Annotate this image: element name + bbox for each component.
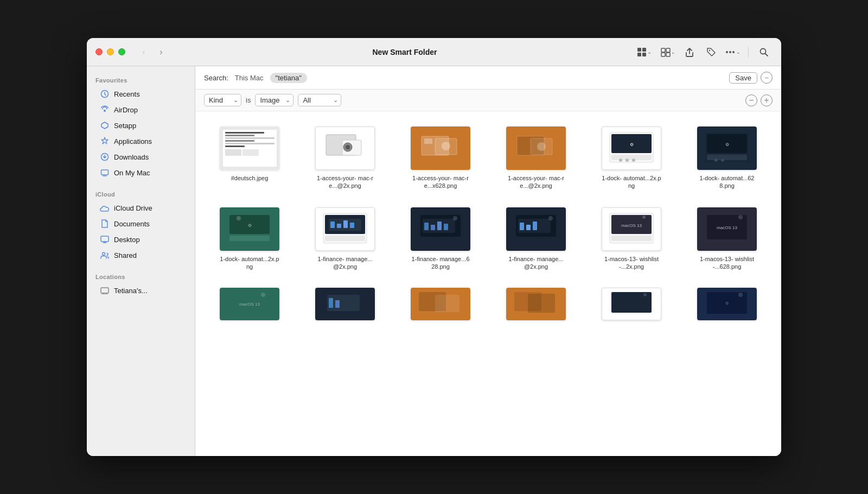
- svg-point-64: [548, 216, 553, 220]
- file-thumbnail: macOS 13: [697, 207, 757, 251]
- file-name: 1-dock- automat...628.png: [697, 174, 757, 190]
- file-thumbnail: [220, 126, 279, 170]
- file-item[interactable]: ⚙ 1-dock- automat...2x.png: [206, 203, 293, 275]
- forward-button[interactable]: ›: [154, 45, 169, 60]
- image-select[interactable]: Image Video Audio: [255, 94, 293, 106]
- maximize-button[interactable]: [118, 48, 125, 55]
- add-filter-button[interactable]: +: [761, 94, 773, 106]
- documents-icon: [100, 219, 110, 229]
- setapp-label: Setapp: [114, 122, 136, 130]
- search-scope-this-mac[interactable]: This Mac: [233, 73, 266, 83]
- svg-rect-82: [528, 294, 555, 313]
- search-label: Search:: [204, 74, 228, 82]
- share-button[interactable]: [681, 45, 698, 60]
- file-item[interactable]: 1-access-your- mac-re...x628.png: [397, 122, 484, 194]
- sidebar-item-tetiana[interactable]: Tetiana's...: [91, 283, 190, 298]
- svg-point-75: [261, 293, 265, 297]
- remove-filter-button[interactable]: −: [745, 94, 757, 106]
- file-item[interactable]: [493, 283, 579, 329]
- filter-bar: Kind Name Date is Image Video Audio All: [195, 90, 781, 111]
- file-item[interactable]: ⚙: [684, 283, 770, 329]
- file-thumbnail: [315, 126, 375, 170]
- file-item[interactable]: ⚙ 1-dock- automat...628.png: [684, 122, 770, 194]
- svg-rect-0: [661, 48, 665, 52]
- file-thumbnail: ⚙: [220, 207, 279, 251]
- file-item[interactable]: macOS 13: [206, 283, 293, 329]
- file-item[interactable]: macOS 13 1-macos-13- wishlist-...2x.png: [588, 203, 675, 275]
- documents-label: Documents: [114, 220, 150, 228]
- svg-point-29: [632, 159, 635, 162]
- sidebar-item-setapp[interactable]: Setapp: [91, 118, 190, 133]
- svg-rect-48: [350, 223, 354, 228]
- save-button[interactable]: Save: [729, 72, 757, 84]
- svg-point-86: [738, 293, 743, 297]
- file-item[interactable]: 1-finance- manage...@2x.png: [493, 203, 579, 275]
- downloads-icon: [100, 152, 110, 162]
- search-bar: Search: This Mac "tetiana" Save −: [195, 66, 781, 90]
- file-item[interactable]: macOS 13 1-macos-13- wishlist-...628.png: [684, 203, 770, 275]
- file-item[interactable]: 1-finance- manage...628.png: [397, 203, 484, 275]
- file-item[interactable]: 1-finance- manage...@2x.png: [302, 203, 388, 275]
- file-item[interactable]: [588, 283, 675, 329]
- sidebar-item-shared[interactable]: Shared: [91, 248, 190, 263]
- minimize-button[interactable]: [107, 48, 114, 55]
- file-name: 1-macos-13- wishlist-...2x.png: [602, 255, 661, 271]
- file-item[interactable]: ⚙ 1-dock- automat...2x.png: [588, 122, 675, 194]
- sidebar-item-icloud-drive[interactable]: iCloud Drive: [91, 200, 190, 216]
- sidebar-item-airdrop[interactable]: AirDrop: [91, 102, 190, 117]
- window-title: New Smart Folder: [175, 48, 634, 56]
- sidebar-item-on-my-mac[interactable]: On My Mac: [91, 165, 190, 180]
- svg-rect-77: [329, 298, 333, 308]
- file-item[interactable]: [397, 283, 484, 329]
- file-thumbnail: ⚙: [697, 288, 757, 320]
- file-item[interactable]: #deutsch.jpeg: [206, 122, 293, 194]
- sidebar-item-downloads[interactable]: Downloads: [91, 149, 190, 164]
- kind-select[interactable]: Kind Name Date: [204, 94, 241, 106]
- remove-search-button[interactable]: −: [761, 72, 773, 84]
- file-name: 1-macos-13- wishlist-...628.png: [697, 255, 757, 271]
- recents-label: Recents: [114, 90, 140, 98]
- file-thumbnail: [506, 288, 566, 320]
- file-item[interactable]: 1-access-your- mac-re...@2x.png: [493, 122, 579, 194]
- svg-point-27: [619, 159, 622, 162]
- file-thumbnail: macOS 13: [220, 288, 279, 320]
- file-name: 1-access-your- mac-re...x628.png: [411, 174, 470, 190]
- file-item[interactable]: [302, 283, 388, 329]
- locations-label: Locations: [87, 269, 195, 282]
- search-button[interactable]: [755, 45, 773, 60]
- search-token[interactable]: "tetiana": [270, 73, 307, 83]
- svg-point-28: [626, 159, 629, 162]
- svg-point-19: [442, 142, 450, 150]
- svg-rect-80: [435, 295, 459, 312]
- sidebar-item-applications[interactable]: Applications: [91, 134, 190, 149]
- sidebar-item-documents[interactable]: Documents: [91, 216, 190, 231]
- nav-buttons: ‹ ›: [136, 45, 169, 60]
- svg-text:macOS 13: macOS 13: [239, 302, 260, 307]
- back-button[interactable]: ‹: [136, 45, 151, 60]
- sidebar-item-recents[interactable]: Recents: [91, 86, 190, 102]
- svg-point-7: [104, 110, 106, 112]
- file-thumbnail: [506, 126, 566, 170]
- all-select[interactable]: All PNG JPEG: [298, 94, 341, 106]
- downloads-label: Downloads: [114, 153, 149, 161]
- sidebar-item-desktop[interactable]: Desktop: [91, 232, 190, 247]
- file-name: 1-finance- manage...628.png: [411, 255, 470, 271]
- view-toggle-button[interactable]: ⌄: [634, 46, 655, 59]
- filter-bar-right: − +: [745, 94, 773, 106]
- image-select-wrapper: Image Video Audio: [255, 94, 293, 106]
- tag-button[interactable]: [703, 45, 720, 60]
- svg-rect-45: [330, 221, 335, 228]
- file-thumbnail: ⚙: [602, 126, 661, 170]
- toolbar-divider: [748, 47, 749, 58]
- titlebar: ‹ › New Smart Folder ⌄ ⌄: [87, 38, 781, 66]
- tetiana-icon: [100, 286, 110, 295]
- svg-rect-53: [424, 223, 429, 230]
- file-item[interactable]: 1-access-your- mac-re...@2x.png: [302, 122, 388, 194]
- svg-rect-2: [661, 53, 665, 56]
- close-button[interactable]: [95, 48, 103, 55]
- svg-rect-3: [666, 53, 670, 56]
- desktop-label: Desktop: [114, 236, 140, 244]
- group-view-button[interactable]: ⌄: [659, 45, 676, 60]
- file-thumbnail: [411, 288, 470, 320]
- more-button[interactable]: ⌄: [724, 45, 742, 60]
